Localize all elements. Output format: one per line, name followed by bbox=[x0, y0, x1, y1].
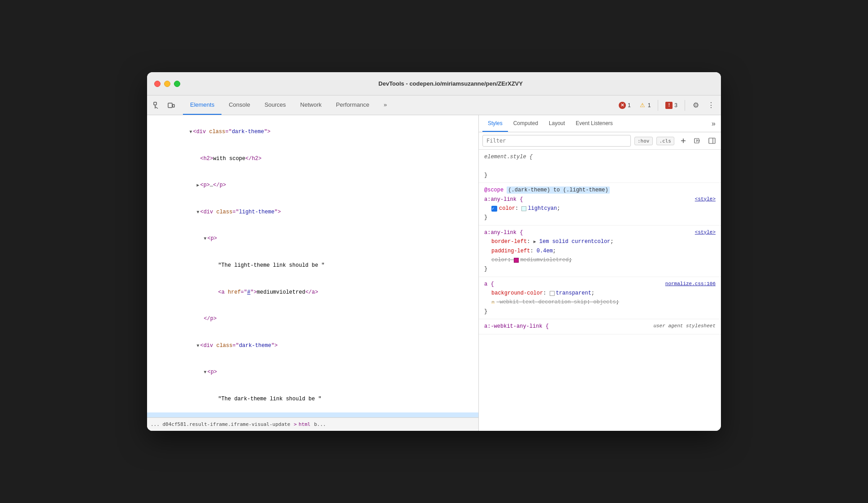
sub-selector: a:any-link { bbox=[484, 195, 523, 204]
rule-source[interactable]: <style> bbox=[695, 228, 716, 237]
dom-line: <a href="#">mediumvioletred</a> bbox=[147, 279, 478, 306]
collapse-triangle[interactable]: ▼ bbox=[204, 236, 206, 241]
dom-tree[interactable]: ▼<div class="dark-theme"> <h2>with scope… bbox=[147, 115, 478, 417]
prop-name[interactable]: background-color bbox=[491, 289, 543, 298]
main-toolbar: Elements Console Sources Network Perform… bbox=[147, 95, 721, 115]
settings-icon[interactable]: ⚙ bbox=[690, 99, 702, 112]
collapse-triangle[interactable]: ▼ bbox=[204, 370, 206, 375]
prop-value[interactable]: lightcyan bbox=[528, 204, 557, 213]
more-options-icon[interactable]: ⋮ bbox=[705, 99, 717, 112]
prop-line-padding-left: padding-left: 0.4em; bbox=[484, 247, 716, 256]
rule-selector-line: element.style { bbox=[484, 152, 716, 161]
prop-value[interactable]: 1em solid currentcolor bbox=[539, 237, 610, 246]
styles-tab-styles[interactable]: Styles bbox=[482, 115, 508, 132]
dom-line: <h2>with scope</h2> bbox=[147, 146, 478, 173]
prop-value[interactable]: mediumvioletred bbox=[520, 256, 569, 265]
collapse-triangle[interactable]: ▼ bbox=[196, 343, 199, 348]
tab-performance[interactable]: Performance bbox=[329, 95, 376, 115]
styles-tab-computed[interactable]: Computed bbox=[508, 115, 543, 132]
issues-badge[interactable]: ! 3 bbox=[663, 101, 680, 110]
issues-icon: ! bbox=[665, 102, 673, 109]
inspector-icon[interactable] bbox=[151, 99, 163, 112]
dom-line: ▼<p> bbox=[147, 225, 478, 252]
prop-name[interactable]: padding-left bbox=[491, 247, 530, 256]
rule-selector-line: a:any-link { <style> bbox=[484, 228, 716, 237]
add-style-button[interactable] bbox=[678, 135, 689, 146]
dom-line: ▶<p>…</p> bbox=[147, 172, 478, 199]
error-badge[interactable]: ✕ 1 bbox=[616, 101, 634, 110]
prop-value[interactable]: transparent bbox=[556, 289, 591, 298]
collapse-triangle[interactable]: ▼ bbox=[196, 210, 199, 215]
prop-value[interactable]: 0.4em bbox=[537, 247, 553, 256]
expand-triangle[interactable]: ▶ bbox=[196, 183, 199, 188]
device-toggle-icon[interactable] bbox=[165, 99, 178, 112]
status-bar-path: ... d04cf581.result-iframe.iframe-visual… bbox=[151, 421, 290, 427]
toolbar-divider bbox=[658, 100, 658, 111]
styles-tab-more[interactable]: » bbox=[710, 118, 717, 130]
status-bar-tag: html bbox=[299, 421, 311, 427]
styles-tab-event-listeners[interactable]: Event Listeners bbox=[570, 115, 618, 132]
filter-input[interactable] bbox=[482, 135, 631, 147]
dom-line: "The light-theme link should be " bbox=[147, 252, 478, 279]
rule-body bbox=[484, 161, 716, 170]
scope-highlight: (.dark-theme) to (.light-theme) bbox=[507, 186, 609, 194]
toggle-sidebar-button[interactable] bbox=[707, 135, 717, 146]
rule-selector-line: a:-webkit-any-link { user agent styleshe… bbox=[484, 322, 716, 331]
prop-name[interactable]: -webkit-text-decoration-skip bbox=[496, 298, 587, 307]
tab-sources[interactable]: Sources bbox=[257, 95, 293, 115]
hov-button[interactable]: :hov bbox=[634, 137, 653, 145]
new-style-rule-button[interactable] bbox=[692, 135, 703, 146]
sub-rule: a:any-link { <style> color: lightcyan; } bbox=[484, 195, 716, 222]
minimize-button[interactable] bbox=[164, 81, 170, 87]
rule-source: user agent stylesheet bbox=[653, 322, 716, 331]
sub-selector-line: a:any-link { <style> bbox=[484, 195, 716, 204]
rule-close: } bbox=[484, 213, 716, 222]
close-button[interactable] bbox=[154, 81, 161, 87]
dom-line-selected: <a href="#">lightcyan</a> == $0 bbox=[147, 412, 478, 417]
error-x-icon: ✕ bbox=[619, 102, 626, 109]
webkit-any-link-rule: a:-webkit-any-link { user agent styleshe… bbox=[479, 319, 721, 334]
dom-status-bar: ... d04cf581.result-iframe.iframe-visual… bbox=[147, 417, 478, 431]
rule-close: } bbox=[484, 307, 716, 316]
svg-rect-0 bbox=[154, 102, 156, 105]
color-swatch[interactable] bbox=[514, 258, 519, 263]
rule-source[interactable]: normalize.css:106 bbox=[665, 280, 716, 289]
styles-tabs: Styles Computed Layout Event Listeners » bbox=[479, 115, 721, 132]
dom-line: </p> bbox=[147, 306, 478, 333]
collapse-triangle[interactable]: ▼ bbox=[189, 130, 192, 134]
color-swatch[interactable] bbox=[521, 206, 526, 211]
cls-button[interactable]: .cls bbox=[656, 137, 675, 145]
dom-line: ▼<div class="dark-theme"> bbox=[147, 119, 478, 146]
prop-line-bg-color: background-color: transparent; bbox=[484, 289, 716, 298]
devtools-window: DevTools - codepen.io/miriamsuzanne/pen/… bbox=[147, 72, 721, 431]
rule-selector-line: @scope (.dark-theme) to (.light-theme) bbox=[484, 186, 716, 195]
tab-network[interactable]: Network bbox=[293, 95, 329, 115]
dom-line: ▼<div class="dark-theme"> bbox=[147, 333, 478, 360]
prop-name[interactable]: color bbox=[491, 256, 508, 265]
selector: a:-webkit-any-link { bbox=[484, 322, 549, 331]
expand-arrow[interactable]: ▶ bbox=[534, 238, 536, 246]
tab-elements[interactable]: Elements bbox=[183, 95, 221, 115]
prop-name[interactable]: color bbox=[499, 204, 515, 213]
prop-value[interactable]: objects bbox=[593, 298, 616, 307]
prop-name[interactable]: border-left bbox=[491, 237, 527, 246]
prop-line-webkit: ⚠-webkit-text-decoration-skip: objects; bbox=[484, 298, 716, 307]
warning-badge[interactable]: ⚠ 1 bbox=[636, 101, 654, 110]
styles-tab-layout[interactable]: Layout bbox=[543, 115, 570, 132]
prop-checkbox[interactable] bbox=[491, 206, 497, 212]
tab-console[interactable]: Console bbox=[221, 95, 257, 115]
element-style-rule: element.style { } bbox=[479, 150, 721, 183]
svg-rect-4 bbox=[173, 104, 174, 107]
toolbar-icons bbox=[151, 99, 178, 112]
svg-rect-11 bbox=[709, 138, 715, 143]
maximize-button[interactable] bbox=[174, 81, 180, 87]
a-rule: a { normalize.css:106 background-color: … bbox=[479, 277, 721, 320]
dom-line: "The dark-theme link should be " bbox=[147, 386, 478, 413]
at-rule-keyword: @scope bbox=[484, 187, 503, 193]
rule-source[interactable]: <style> bbox=[695, 195, 716, 204]
toolbar-divider-2 bbox=[685, 100, 685, 111]
traffic-lights bbox=[154, 81, 180, 87]
color-swatch[interactable] bbox=[550, 291, 555, 296]
tab-more[interactable]: » bbox=[377, 95, 394, 115]
svg-rect-3 bbox=[168, 103, 172, 108]
